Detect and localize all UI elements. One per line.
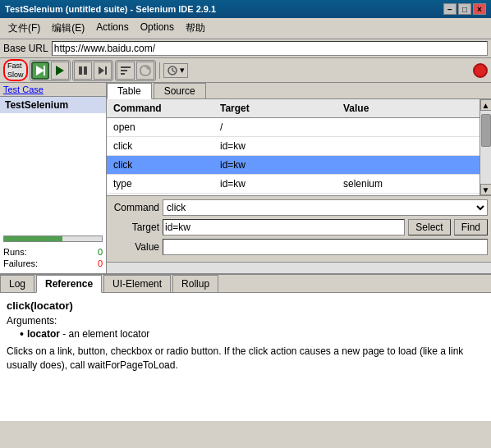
base-url-label: Base URL [3, 43, 48, 54]
value-cell [340, 158, 476, 172]
speed-group: Fast Slow [3, 59, 28, 82]
title-bar: TestSelenium (untitled suite) - Selenium… [0, 0, 491, 18]
rollup-button[interactable] [117, 62, 135, 80]
main-area: Test Case TestSelenium Runs: 0 Failures:… [0, 83, 491, 273]
command-select[interactable]: click [163, 199, 488, 216]
progress-bar [3, 235, 103, 242]
runs-label: Runs: [3, 247, 27, 257]
value-cell [340, 139, 476, 153]
target-cell: id=kw [217, 158, 340, 172]
clock-dropdown-icon: ▾ [180, 65, 185, 75]
table-scrollbar[interactable]: ▲ ▼ [480, 99, 491, 195]
tab-log[interactable]: Log [0, 275, 34, 292]
scroll-thumb[interactable] [481, 114, 491, 147]
cmd-cell: click [110, 158, 217, 172]
value-cell [340, 120, 476, 135]
test-case-item[interactable]: TestSelenium [0, 97, 106, 113]
value-label: Value [110, 241, 159, 253]
tab-ui-element[interactable]: UI-Element [103, 275, 171, 292]
menu-actions[interactable]: Actions [91, 20, 133, 37]
minimize-button[interactable]: − [443, 3, 457, 15]
base-url-bar: Base URL [0, 39, 491, 58]
tab-reference[interactable]: Reference [36, 275, 102, 293]
slow-label: Slow [7, 71, 24, 80]
find-button[interactable]: Find [454, 219, 488, 235]
command-area: Command click Target Select Find Value [107, 195, 491, 262]
window-controls: − □ × [443, 3, 486, 15]
step-button[interactable] [94, 62, 112, 80]
table-row[interactable]: open / [107, 118, 480, 137]
table-area: Command Target Value open / click id=kw … [107, 99, 491, 195]
table-row[interactable]: click id=kw [107, 137, 480, 156]
tab-source[interactable]: Source [154, 83, 206, 98]
target-cell: id=kw [217, 139, 340, 153]
horizontal-scrollbar[interactable] [107, 262, 491, 273]
table-content: Command Target Value open / click id=kw … [107, 99, 480, 195]
svg-line-12 [172, 71, 175, 72]
menu-file[interactable]: 文件(F) [3, 20, 45, 37]
value-cell: selenium [340, 176, 476, 191]
value-input[interactable] [163, 239, 488, 255]
right-panel: Table Source Command Target Value open / [107, 83, 491, 273]
tab-table[interactable]: Table [107, 83, 152, 99]
play-all-icon [34, 65, 46, 76]
svg-marker-0 [36, 66, 44, 75]
base-url-input[interactable] [52, 41, 488, 56]
step-icon [97, 65, 108, 76]
maximize-button[interactable]: □ [458, 3, 471, 15]
close-button[interactable]: × [473, 3, 486, 15]
play-all-button[interactable] [31, 62, 49, 80]
table-row-selected[interactable]: click id=kw [107, 156, 480, 175]
svg-rect-1 [44, 66, 45, 75]
table-row[interactable]: type id=kw selenium [107, 175, 480, 194]
cmd-cell: open [110, 120, 217, 135]
bottom-tabs: Log Reference UI-Element Rollup [0, 275, 491, 293]
target-input[interactable] [163, 219, 405, 235]
col-value: Value [340, 101, 476, 116]
play-test-button[interactable] [51, 62, 69, 80]
svg-rect-9 [121, 73, 125, 75]
toolbar: Fast Slow [0, 58, 491, 83]
command-row: Command click [110, 199, 488, 216]
arg-item: • locator - an element locator [20, 328, 484, 340]
args-label: Arguments: [7, 315, 484, 327]
menu-help[interactable]: 帮助 [181, 20, 210, 37]
playback-controls [30, 60, 71, 81]
target-row: Target Select Find [110, 219, 488, 235]
tab-rollup[interactable]: Rollup [172, 275, 218, 292]
stop-button[interactable] [473, 63, 488, 78]
target-label: Target [110, 222, 159, 233]
test-case-header[interactable]: Test Case [0, 83, 106, 97]
target-cell: id=kw [217, 176, 340, 191]
cmd-cell: click [110, 139, 217, 153]
menu-options[interactable]: Options [135, 20, 179, 37]
menu-edit[interactable]: 编辑(E) [47, 20, 89, 37]
select-button[interactable]: Select [408, 219, 450, 235]
clock-button[interactable]: ▾ [163, 63, 188, 78]
command-label: Command [110, 202, 159, 213]
menu-bar: 文件(F) 编辑(E) Actions Options 帮助 [0, 18, 491, 39]
step-controls [72, 60, 113, 81]
target-cell: / [217, 120, 340, 135]
svg-rect-4 [84, 66, 87, 75]
record-button[interactable] [136, 62, 154, 80]
failures-value: 0 [98, 258, 103, 268]
fast-label: Fast [7, 62, 24, 71]
app-title: TestSelenium (untitled suite) - Selenium… [5, 4, 216, 14]
failures-label: Failures: [3, 258, 38, 268]
pause-button[interactable] [74, 62, 92, 80]
stats-area: Runs: 0 Failures: 0 [0, 244, 106, 273]
svg-marker-2 [56, 66, 64, 75]
svg-marker-5 [99, 66, 104, 75]
left-panel: Test Case TestSelenium Runs: 0 Failures:… [0, 83, 107, 273]
bullet-icon: • [20, 328, 24, 340]
scroll-down-btn[interactable]: ▼ [480, 184, 492, 195]
clock-icon [167, 65, 178, 76]
cmd-cell: type [110, 176, 217, 191]
progress-fill [4, 236, 62, 241]
bottom-panel: Log Reference UI-Element Rollup click(lo… [0, 273, 491, 421]
reference-content: click(locator) Arguments: • locator - an… [0, 293, 491, 421]
runs-value: 0 [98, 247, 103, 257]
svg-rect-7 [121, 66, 131, 68]
scroll-up-btn[interactable]: ▲ [480, 99, 492, 111]
